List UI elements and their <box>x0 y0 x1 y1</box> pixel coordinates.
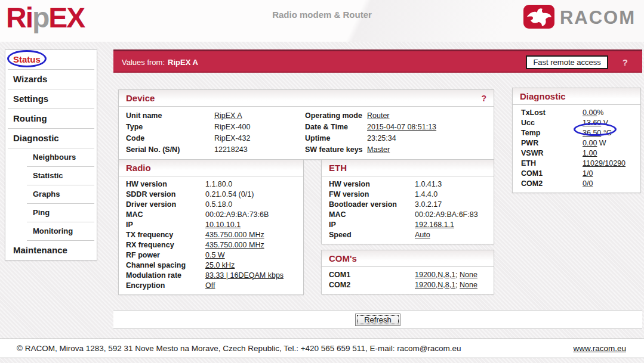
table-row: IP192.168.1.1 <box>322 219 494 229</box>
sidebar-item-routing[interactable]: Routing <box>8 109 94 129</box>
field-value: 0.21.0.54 (0/1) <box>205 190 254 198</box>
sidebar-item-settings[interactable]: Settings <box>8 89 94 109</box>
field-value-link[interactable]: 83.33 | 16DEQAM kbps <box>205 271 284 280</box>
field-label: Driver version <box>126 200 205 209</box>
page: RipEX Radio modem & Router RACOM Status … <box>0 0 644 363</box>
field-label: ETH <box>521 159 583 167</box>
field-value-link[interactable]: 2015-04-07 08:51:13 <box>367 123 436 131</box>
sidebar-menu: Status Wizards Settings Routing Diagnost… <box>5 49 97 260</box>
temp-value-link[interactable]: 36.50 <box>583 129 601 137</box>
table-row: IP10.10.10.1 <box>119 219 303 229</box>
table-row: VSWR1.00 <box>513 148 640 158</box>
field-value-link[interactable]: Master <box>367 145 390 154</box>
table-row: TX frequency435.750.000 MHz <box>119 229 303 240</box>
field-value-link[interactable]: 0.5 W <box>205 251 225 259</box>
sidebar-item-status[interactable]: Status <box>8 50 94 70</box>
unit-suffix: % <box>597 108 603 117</box>
field-value-link[interactable]: Off <box>205 281 215 290</box>
fast-remote-access-button[interactable]: Fast remote access <box>526 55 608 69</box>
field-label: HW version <box>329 180 415 188</box>
eth-counters-link[interactable]: 11029/10290 <box>583 159 625 167</box>
page-footer: © RACOM, Mirova 1283, 592 31 Nove Mesto … <box>0 339 644 358</box>
field-label: Bootloader version <box>329 200 415 209</box>
device-help-icon[interactable]: ? <box>481 94 486 103</box>
field-label: TxLost <box>521 108 583 117</box>
table-row: COM119200,N,8,1; None <box>322 269 494 280</box>
racom-logo: RACOM <box>523 5 636 31</box>
field-value-link[interactable]: Auto <box>415 231 430 239</box>
field-value: RipEX-400 <box>214 123 250 131</box>
table-row: RF power0.5 W <box>119 250 303 260</box>
diagnostic-panel-header: Diagnostic <box>513 88 640 105</box>
field-value-link[interactable]: 435.750.000 MHz <box>205 231 264 239</box>
field-label: Encryption <box>126 281 205 290</box>
sidebar-item-maintenance[interactable]: Maintenance <box>8 241 94 260</box>
table-row: Uptime23:25:34 <box>298 132 494 144</box>
field-label: IP <box>329 221 415 229</box>
vswr-value-link[interactable]: 1.00 <box>583 149 597 157</box>
com1-protocol-link[interactable]: None <box>460 271 477 279</box>
field-value-link[interactable]: 192.168.1.1 <box>415 221 454 229</box>
table-row: Driver version0.5.18.0 <box>119 199 303 209</box>
field-label: SDDR version <box>126 190 205 198</box>
table-row: Bootloader version3.0.2.17 <box>322 199 494 209</box>
eth-panel-title: ETH <box>329 163 347 173</box>
racom-website-link[interactable]: www.racom.eu <box>573 344 626 353</box>
sidebar-item-statistic[interactable]: Statistic <box>27 167 94 185</box>
coms-panel-header: COM's <box>322 250 494 267</box>
logo-text-gray: p <box>32 2 48 33</box>
field-value-link[interactable]: 25.0 kHz <box>205 261 235 269</box>
sidebar-item-neighbours[interactable]: Neighbours <box>27 148 94 167</box>
brand-text: RACOM <box>560 7 636 29</box>
table-row: PWR0.00 W <box>513 138 640 148</box>
field-value: 3.0.2.17 <box>415 200 442 209</box>
table-row: EncryptionOff <box>119 280 303 290</box>
diagnostic-panel: Diagnostic TxLost0.00% Ucc13.60 V Temp36… <box>512 88 641 193</box>
com2-settings-link[interactable]: 19200,N,8,1 <box>415 281 455 289</box>
help-icon[interactable]: ? <box>623 57 628 67</box>
table-row: FW version1.4.4.0 <box>322 189 494 199</box>
field-value: 1.0.41.3 <box>415 180 442 188</box>
field-label: MAC <box>329 210 415 219</box>
sidebar-item-diagnostic[interactable]: Diagnostic <box>8 129 94 148</box>
field-label: RF power <box>126 251 205 259</box>
com2-protocol-link[interactable]: None <box>460 281 477 289</box>
table-row: COM11/0 <box>513 168 640 178</box>
field-value: 23:25:34 <box>367 134 396 142</box>
table-row: SW feature keysMaster <box>298 144 494 155</box>
ripex-logo: RipEX <box>6 0 84 36</box>
radio-panel: Radio HW version1.1.80.0 SDDR version0.2… <box>118 159 304 295</box>
table-row: Date & Time2015-04-07 08:51:13 <box>298 121 494 132</box>
field-value: 12218243 <box>214 145 248 154</box>
com1-settings-link[interactable]: 19200,N,8,1 <box>415 271 455 279</box>
device-right-column: Operating modeRouter Date & Time2015-04-… <box>298 110 494 155</box>
com2-counters-link[interactable]: 0/0 <box>583 179 593 188</box>
table-row: HW version1.0.41.3 <box>322 179 494 189</box>
sidebar-item-graphs[interactable]: Graphs <box>27 185 94 204</box>
field-label: Serial No. (S/N) <box>126 145 214 154</box>
com1-counters-link[interactable]: 1/0 <box>583 169 593 178</box>
sidebar-item-wizards[interactable]: Wizards <box>8 70 94 89</box>
field-value-link[interactable]: RipEX A <box>214 111 242 120</box>
pwr-value-link[interactable]: 0.00 <box>583 139 597 147</box>
table-row: Temp36.50 °C <box>513 128 640 138</box>
table-row: TypeRipEX-400 <box>119 121 298 132</box>
device-panel-title: Device <box>126 93 155 103</box>
field-value-link[interactable]: 10.10.10.1 <box>205 221 241 229</box>
field-value: 00:02:A9:BA:73:6B <box>205 210 269 219</box>
radio-panel-header: Radio <box>119 160 303 176</box>
racom-bat-icon <box>523 5 554 31</box>
field-value-link[interactable]: 435.750.000 MHz <box>205 241 264 249</box>
sidebar-item-monitoring[interactable]: Monitoring <box>27 222 94 241</box>
field-value: 1.4.4.0 <box>415 190 437 198</box>
txlost-value-link[interactable]: 0.00 <box>583 108 597 117</box>
refresh-button[interactable]: Refresh <box>355 314 400 326</box>
sidebar-item-ping[interactable]: Ping <box>27 204 94 222</box>
field-value-link[interactable]: Router <box>367 111 390 120</box>
table-row: MAC00:02:A9:BA:6F:83 <box>322 209 494 219</box>
table-row: TxLost0.00% <box>513 107 640 117</box>
ucc-value-link[interactable]: 13.60 <box>583 119 601 127</box>
field-label: SW feature keys <box>305 145 367 154</box>
field-label: Modulation rate <box>126 271 205 280</box>
device-panel: Device ? Unit nameRipEX A TypeRipEX-400 … <box>118 89 494 160</box>
